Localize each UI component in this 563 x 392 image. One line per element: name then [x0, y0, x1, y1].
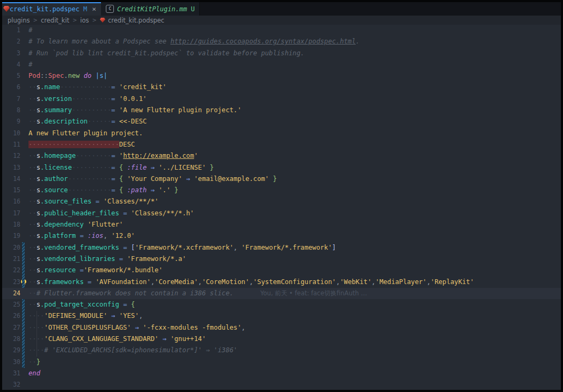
- code-line[interactable]: 22··s.resource ='Framework/*.bundle': [2, 265, 561, 276]
- line-number[interactable]: 17: [2, 208, 20, 219]
- code-text: ·······················DESC: [28, 139, 561, 150]
- code-line[interactable]: 13··s.license··········= { :file ⇒ '../L…: [2, 162, 561, 173]
- code-line[interactable]: 8··s.summary··········= 'A new Flutter p…: [2, 105, 561, 116]
- code-editor[interactable]: 1#2# To learn more about a Podspec see h…: [2, 25, 561, 390]
- code-line[interactable]: 18··s.dependency 'Flutter': [2, 219, 561, 230]
- code-line[interactable]: 15··s.source···········= { :path ⇒ '.' }: [2, 185, 561, 196]
- line-number[interactable]: 25: [2, 299, 20, 310]
- code-line[interactable]: 7··s.version··········= '0.0.1': [2, 93, 561, 105]
- gutter-marker: [20, 219, 28, 230]
- line-number[interactable]: 11: [2, 139, 20, 150]
- tab-label: CreditKitPlugin.mm: [117, 5, 187, 13]
- gutter-marker: [20, 82, 28, 93]
- code-text: ··s.source_files = 'Classes/**/*': [28, 196, 561, 207]
- line-number[interactable]: 21: [2, 253, 20, 265]
- line-number[interactable]: 22: [2, 265, 20, 276]
- code-line[interactable]: 6··s.name·············= 'credit_kit': [2, 82, 561, 93]
- code-text: # Run `pod lib lint credit_kit.podspec` …: [28, 48, 561, 59]
- code-line[interactable]: 28····'CLANG_CXX_LANGUAGE_STANDARD' ⇒ 'g…: [2, 333, 561, 345]
- code-line[interactable]: 12··s.homepage·········= 'http://example…: [2, 150, 561, 162]
- code-text: ··s.frameworks = 'AVFoundation','CoreMed…: [28, 277, 561, 288]
- code-text: ··s.vendored_libraries = 'Framework/*.a': [28, 253, 561, 265]
- line-number[interactable]: 4: [2, 59, 20, 70]
- code-line[interactable]: 4#: [2, 59, 561, 70]
- line-number[interactable]: 10: [2, 128, 20, 139]
- git-blame-annotation: You, 前天 • feat: face切换finAuth …: [261, 289, 367, 297]
- line-number[interactable]: 2: [2, 36, 20, 47]
- code-line[interactable]: 3# Run `pod lib lint credit_kit.podspec`…: [2, 48, 561, 59]
- code-lines: 1#2# To learn more about a Podspec see h…: [2, 25, 561, 390]
- line-number[interactable]: 18: [2, 219, 20, 230]
- chevron-right-icon: >: [33, 17, 38, 23]
- line-number[interactable]: 32: [2, 379, 20, 390]
- line-number[interactable]: 30: [2, 357, 20, 368]
- code-text: ··s.author···········= { 'Your Company' …: [28, 173, 561, 185]
- line-number[interactable]: 15: [2, 185, 20, 196]
- line-number[interactable]: 3: [2, 48, 20, 59]
- line-number[interactable]: 19: [2, 230, 20, 242]
- code-line[interactable]: 14··s.author···········= { 'Your Company…: [2, 173, 561, 185]
- code-line[interactable]: 19··s.platform = :ios, '12.0': [2, 230, 561, 242]
- code-line[interactable]: 21··s.vendored_libraries = 'Framework/*.…: [2, 253, 561, 265]
- code-line[interactable]: 16··s.source_files = 'Classes/**/*': [2, 196, 561, 207]
- tab-credit-kit-podspec[interactable]: credit_kit.podspec M ×: [2, 2, 101, 16]
- code-text: ····'DEFINES_MODULE' ⇒ 'YES',: [28, 310, 561, 322]
- code-line[interactable]: 26····'DEFINES_MODULE' ⇒ 'YES',: [2, 310, 561, 322]
- line-number[interactable]: 31: [2, 368, 20, 379]
- line-number[interactable]: 5: [2, 70, 20, 82]
- code-text: ··s.public_header_files = 'Classes/**/*.…: [28, 208, 561, 219]
- line-number[interactable]: 7: [2, 93, 20, 105]
- line-number[interactable]: 20: [2, 242, 20, 253]
- gutter-marker: [20, 116, 28, 127]
- code-text: ····# 'EXCLUDED_ARCHS[sdk=iphonesimulato…: [28, 345, 561, 356]
- code-line[interactable]: 32: [2, 379, 561, 390]
- breadcrumb-item-file[interactable]: credit_kit.podspec: [108, 17, 164, 24]
- line-number[interactable]: 27: [2, 322, 20, 333]
- code-line[interactable]: 1#: [2, 25, 561, 36]
- code-line[interactable]: 29····# 'EXCLUDED_ARCHS[sdk=iphonesimula…: [2, 345, 561, 356]
- line-number[interactable]: 6: [2, 82, 20, 93]
- gutter-marker: [20, 150, 28, 162]
- code-line[interactable]: 10A new Flutter plugin project.: [2, 128, 561, 139]
- breadcrumb-item-credit-kit[interactable]: credit_kit: [41, 17, 69, 24]
- line-number[interactable]: 13: [2, 162, 20, 173]
- code-line[interactable]: 9··s.description······= <<-DESC: [2, 116, 561, 127]
- ruby-file-icon: [3, 6, 10, 12]
- breadcrumb-item-plugins[interactable]: plugins: [8, 17, 30, 24]
- code-line[interactable]: 20··s.vendored_frameworks = ['Framework/…: [2, 242, 561, 253]
- line-number[interactable]: 9: [2, 116, 20, 127]
- line-number[interactable]: 1: [2, 25, 20, 36]
- code-text: ··s.pod_target_xcconfig = {: [28, 299, 561, 310]
- code-line[interactable]: 5Pod::Spec.new do |s|: [2, 70, 561, 82]
- code-text: ··s.vendored_frameworks = ['Framework/*.…: [28, 242, 561, 253]
- code-text: ··s.name·············= 'credit_kit': [28, 82, 561, 93]
- line-number[interactable]: 8: [2, 105, 20, 116]
- line-number[interactable]: 12: [2, 150, 20, 162]
- line-number[interactable]: 16: [2, 196, 20, 207]
- line-number[interactable]: 28: [2, 333, 20, 345]
- code-line[interactable]: 23··s.frameworks = 'AVFoundation','CoreM…: [2, 277, 561, 288]
- code-line[interactable]: 27····'OTHER_CPLUSPLUSFLAGS' ⇒ '-fcxx-mo…: [2, 322, 561, 333]
- code-line[interactable]: 2# To learn more about a Podspec see htt…: [2, 36, 561, 47]
- line-number[interactable]: 24: [2, 288, 20, 299]
- code-line[interactable]: 31end: [2, 368, 561, 379]
- git-modified-gutter-bar: [22, 242, 25, 288]
- gutter-marker: [20, 128, 28, 139]
- code-text: ··s.summary··········= 'A new Flutter pl…: [28, 105, 561, 116]
- close-icon[interactable]: ×: [92, 5, 96, 13]
- line-number[interactable]: 23: [2, 277, 20, 288]
- gutter-marker: [20, 48, 28, 59]
- objective-cpp-icon: C: [106, 5, 114, 13]
- code-line[interactable]: 24··# Flutter.framework does not contain…: [2, 288, 561, 299]
- code-text: ··s.platform = :ios, '12.0': [28, 230, 561, 242]
- gutter-marker: [20, 139, 28, 150]
- code-line[interactable]: 30··}: [2, 357, 561, 368]
- tab-creditkitplugin-mm[interactable]: C CreditKitPlugin.mm U: [101, 2, 200, 16]
- code-line[interactable]: 11·······················DESC: [2, 139, 561, 150]
- code-line[interactable]: 25··s.pod_target_xcconfig = {: [2, 299, 561, 310]
- line-number[interactable]: 26: [2, 310, 20, 322]
- code-line[interactable]: 17··s.public_header_files = 'Classes/**/…: [2, 208, 561, 219]
- breadcrumb-item-ios[interactable]: ios: [80, 17, 89, 24]
- line-number[interactable]: 29: [2, 345, 20, 356]
- line-number[interactable]: 14: [2, 173, 20, 185]
